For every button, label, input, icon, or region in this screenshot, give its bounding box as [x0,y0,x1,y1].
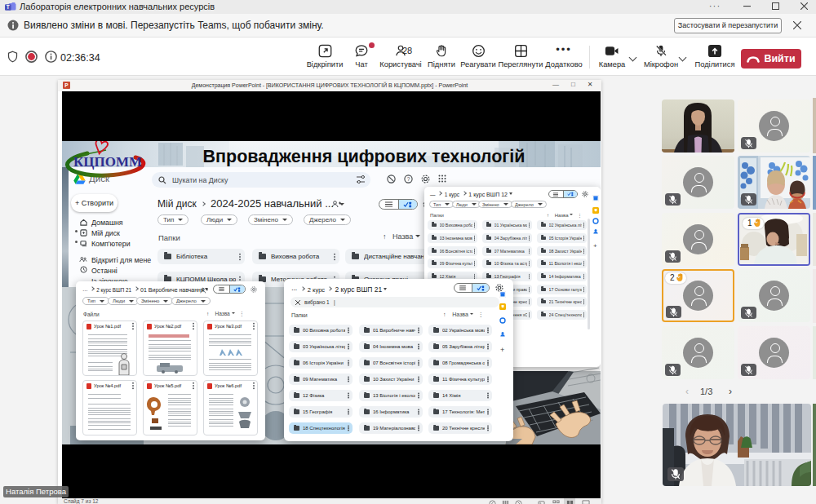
svg-text:?: ? [407,176,410,182]
svg-text:P: P [64,82,69,88]
svg-text:КЦПОММ: КЦПОММ [73,154,142,170]
svg-text:T: T [7,4,10,10]
